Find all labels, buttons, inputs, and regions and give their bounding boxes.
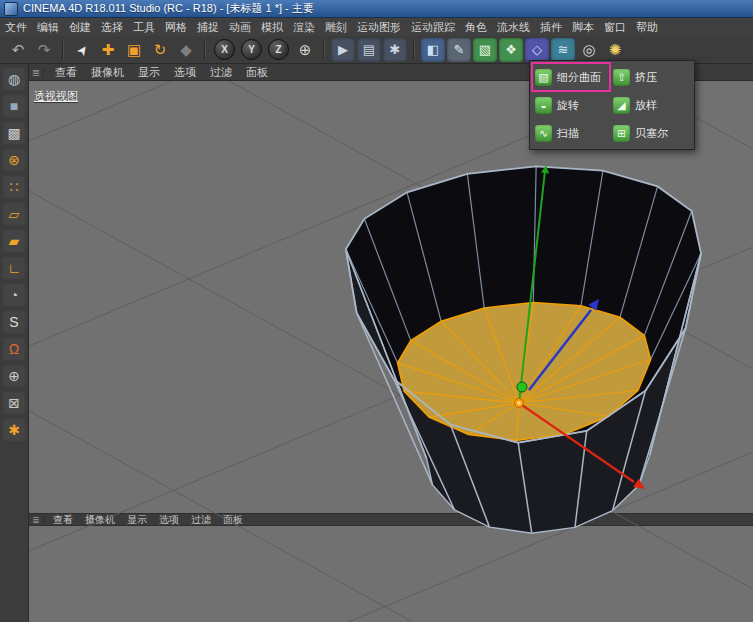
points-mode-icon[interactable]: ∷ [2, 175, 26, 199]
menu-item[interactable]: 渲染 [288, 18, 320, 36]
menu-item[interactable]: 插件 [535, 18, 567, 36]
environment-icon[interactable]: ≋ [551, 38, 575, 62]
generators-icon[interactable]: ❖ [499, 38, 523, 62]
menu-item[interactable]: 雕刻 [320, 18, 352, 36]
viewport-menu-items: 查看 摄像机 显示 选项 过滤 面板 [48, 64, 275, 81]
deformers-icon[interactable]: ◇ [525, 38, 549, 62]
toolbar-separator [62, 41, 64, 59]
viewport-menu-item[interactable]: 面板 [239, 64, 275, 81]
menu-item[interactable]: 工具 [128, 18, 160, 36]
add-cube-icon[interactable]: ◧ [421, 38, 445, 62]
viewport-menu-item[interactable]: 查看 [48, 64, 84, 81]
dropdown-item-label: 旋转 [557, 98, 579, 113]
scale-tool-icon[interactable]: ▣ [122, 38, 146, 62]
dropdown-item-label: 扫描 [557, 126, 579, 141]
object-origin-core [517, 401, 521, 405]
dropdown-item-label: 放样 [635, 98, 657, 113]
app-icon [4, 2, 18, 16]
panel-menu-icon[interactable]: ≣ [29, 67, 44, 78]
subdivision-surface-icon: ▧ [535, 69, 552, 86]
grid-line [29, 452, 753, 622]
menu-item[interactable]: 选择 [96, 18, 128, 36]
viewport-menu-item[interactable]: 显示 [131, 64, 167, 81]
menu-item[interactable]: 编辑 [32, 18, 64, 36]
x-axis-lock-button[interactable]: X [214, 39, 235, 60]
z-axis-lock-button[interactable]: Z [268, 39, 289, 60]
bezier-icon: ⊞ [613, 125, 630, 142]
workplane-snap-icon[interactable]: ⊕ [2, 364, 26, 388]
recent-tool-icon[interactable]: ◆ [174, 38, 198, 62]
edges-mode-icon[interactable]: ▱ [2, 202, 26, 226]
viewport[interactable]: ≣ 查看 摄像机 显示 选项 过滤 面板 透视视图 [29, 81, 753, 622]
y-axis-lock-button[interactable]: Y [241, 39, 262, 60]
menu-item-lathe[interactable]: ◒ 旋转 [532, 91, 610, 119]
left-tool-palette: ◍ ■ ▩ ⊛ ∷ ▱ ▰ ∟ ◔ S Ω ⊕ ⊠ ✱ [0, 64, 29, 622]
extrude-icon: ⇧ [613, 69, 630, 86]
subdivision-surface-menu-icon[interactable]: ▧ [473, 38, 497, 62]
lathe-icon: ◒ [535, 97, 552, 114]
menu-item[interactable]: 运动跟踪 [406, 18, 460, 36]
menu-item[interactable]: 网格 [160, 18, 192, 36]
polygons-mode-icon[interactable]: ▰ [2, 229, 26, 253]
menu-item[interactable]: 运动图形 [352, 18, 406, 36]
modeling-settings-icon[interactable]: ✱ [2, 418, 26, 442]
scene-svg[interactable] [29, 81, 753, 622]
render-picture-viewer-icon[interactable]: ▤ [357, 38, 381, 62]
window-title: CINEMA 4D R18.011 Studio (RC - R18) - [未… [23, 1, 314, 16]
menu-bar: 文件 编辑 创建 选择 工具 网格 捕捉 动画 模拟 渲染 雕刻 运动图形 运动… [0, 18, 753, 37]
loft-icon: ◢ [613, 97, 630, 114]
move-tool-icon[interactable]: ✚ [96, 38, 120, 62]
redo-icon[interactable]: ↷ [32, 38, 56, 62]
dropdown-item-label: 细分曲面 [557, 70, 601, 85]
rotate-tool-icon[interactable]: ↻ [148, 38, 172, 62]
menu-item[interactable]: 捕捉 [192, 18, 224, 36]
workplane-mode-icon[interactable]: ⊛ [2, 148, 26, 172]
live-selection-icon[interactable]: ➤ [65, 33, 98, 66]
title-bar: CINEMA 4D R18.011 Studio (RC - R18) - [未… [0, 0, 753, 18]
menu-item-sweep[interactable]: ∿ 扫描 [532, 119, 610, 147]
viewport-menu-item[interactable]: 过滤 [203, 64, 239, 81]
viewport-menu-item[interactable]: 摄像机 [84, 64, 131, 81]
make-editable-icon[interactable]: ◍ [2, 67, 26, 91]
toolbar-separator [323, 41, 325, 59]
undo-icon[interactable]: ↶ [6, 38, 30, 62]
menu-item[interactable]: 帮助 [631, 18, 663, 36]
dropdown-item-label: 贝塞尔 [635, 126, 668, 141]
toolbar-separator [413, 41, 415, 59]
viewport-solo-icon[interactable]: ◔ [2, 283, 26, 307]
menu-item-extrude[interactable]: ⇧ 挤压 [610, 63, 688, 91]
camera-icon[interactable]: ◎ [577, 38, 601, 62]
light-icon[interactable]: ✺ [603, 38, 627, 62]
y-axis-ball-handle[interactable] [517, 382, 527, 392]
menu-item-loft[interactable]: ◢ 放样 [610, 91, 688, 119]
spline-pen-icon[interactable]: ✎ [447, 38, 471, 62]
menu-item[interactable]: 动画 [224, 18, 256, 36]
snap-magnet-icon[interactable]: Ω [2, 337, 26, 361]
dropdown-item-label: 挤压 [635, 70, 657, 85]
toolbar-separator [204, 41, 206, 59]
generators-dropdown-menu: ▧ 细分曲面 ⇧ 挤压 ◒ 旋转 ◢ 放样 ∿ 扫描 ⊞ 贝塞尔 [529, 60, 695, 150]
enable-axis-icon[interactable]: ∟ [2, 256, 26, 280]
sweep-icon: ∿ [535, 125, 552, 142]
texture-mode-icon[interactable]: ▩ [2, 121, 26, 145]
menu-item[interactable]: 脚本 [567, 18, 599, 36]
render-view-icon[interactable]: ▶ [331, 38, 355, 62]
coordinate-system-icon[interactable]: ⊕ [293, 38, 317, 62]
menu-item-subdivision-surface[interactable]: ▧ 细分曲面 [532, 63, 610, 91]
menu-item[interactable]: 角色 [460, 18, 492, 36]
menu-item-bezier[interactable]: ⊞ 贝塞尔 [610, 119, 688, 147]
snap-s-icon[interactable]: S [2, 310, 26, 334]
lock-workplane-icon[interactable]: ⊠ [2, 391, 26, 415]
model-mode-icon[interactable]: ■ [2, 94, 26, 118]
menu-item[interactable]: 文件 [0, 18, 32, 36]
menu-item[interactable]: 流水线 [492, 18, 535, 36]
menu-item[interactable]: 模拟 [256, 18, 288, 36]
viewport-menu-item[interactable]: 选项 [167, 64, 203, 81]
menu-item[interactable]: 窗口 [599, 18, 631, 36]
view-label[interactable]: 透视视图 [34, 89, 78, 104]
render-settings-icon[interactable]: ✱ [383, 38, 407, 62]
